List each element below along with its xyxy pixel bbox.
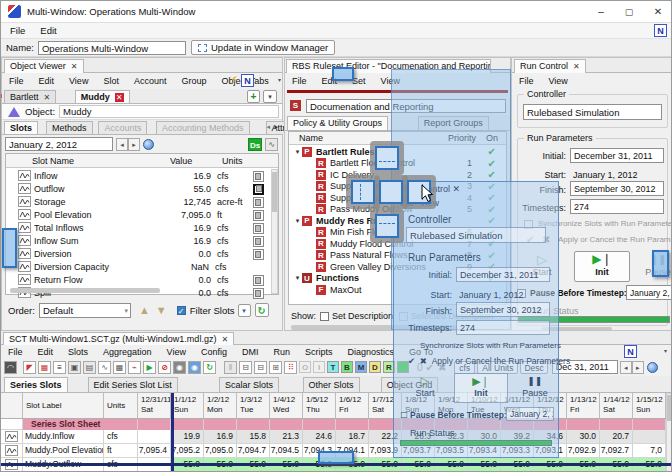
menu-view[interactable]: View bbox=[160, 346, 194, 358]
value-cell[interactable]: 7,0 bbox=[633, 444, 666, 457]
refresh-icon[interactable]: ↻ bbox=[203, 361, 216, 374]
col-date[interactable]: 1/15/12Sun bbox=[633, 393, 666, 418]
run-control-tab[interactable]: Run Control✕ bbox=[514, 59, 586, 73]
sct-data-row[interactable]: Muddy.Inflowcfs19.916.915.821.324.618.72… bbox=[1, 430, 672, 444]
object-viewer-tab[interactable]: Object Viewer✕ bbox=[4, 59, 84, 73]
flag-button[interactable] bbox=[253, 275, 264, 286]
value-cell[interactable]: 15.8 bbox=[237, 430, 270, 443]
flag-button[interactable] bbox=[253, 210, 264, 221]
slots-scrollbar[interactable] bbox=[271, 169, 278, 294]
value-cell[interactable]: 7,095.2 bbox=[171, 444, 204, 457]
menu-run[interactable]: Run bbox=[266, 346, 298, 358]
value-cell[interactable]: 30.0 bbox=[567, 430, 600, 443]
col-date[interactable]: 12/31/11Sat bbox=[138, 393, 171, 418]
sct-tab-other-slots[interactable]: Other Slots bbox=[303, 377, 360, 392]
minimize-button[interactable]: – bbox=[587, 6, 615, 17]
col-slot-name[interactable]: Slot Name bbox=[6, 156, 170, 166]
flag-button[interactable] bbox=[253, 223, 264, 234]
menu-view[interactable]: View bbox=[62, 75, 96, 87]
menu-dmi[interactable]: DMI bbox=[235, 346, 267, 358]
tab-scroll-left-icon[interactable]: ◂ bbox=[266, 123, 270, 131]
date-next-button[interactable]: ▸ bbox=[632, 361, 644, 374]
chevron-down-icon[interactable]: ▾ bbox=[278, 76, 281, 83]
expand-caret-icon[interactable]: ▾ bbox=[293, 217, 302, 225]
lock-icon[interactable]: ◠ bbox=[4, 361, 17, 374]
flag-button[interactable] bbox=[253, 171, 264, 182]
lightning-icon[interactable]: ⚡ bbox=[230, 74, 238, 87]
col-slot-label[interactable]: Slot Label bbox=[23, 393, 104, 418]
menu-edit[interactable]: Edit bbox=[32, 75, 63, 87]
value-cell[interactable]: 7,095.4 bbox=[138, 444, 171, 457]
filter-menu-button[interactable]: ▾ bbox=[238, 304, 251, 317]
flag-o-button[interactable]: O bbox=[299, 361, 311, 373]
menu-account[interactable]: Account bbox=[127, 75, 175, 87]
initial-input[interactable]: December 31, 2011 bbox=[570, 148, 664, 163]
value-cell[interactable] bbox=[138, 430, 171, 443]
value-cell[interactable]: 7,095.0 bbox=[204, 444, 237, 457]
dmi-icon[interactable]: ◉ bbox=[188, 361, 201, 374]
flag-m-button[interactable]: M bbox=[355, 361, 367, 373]
date-next-button[interactable]: ▸ bbox=[128, 138, 140, 151]
expand-caret-icon[interactable]: ▾ bbox=[293, 274, 302, 282]
n-icon[interactable]: N bbox=[624, 345, 637, 358]
value-cell[interactable]: 21.3 bbox=[270, 430, 303, 443]
close-icon[interactable]: ✕ bbox=[573, 62, 580, 71]
row-units[interactable]: ft bbox=[104, 444, 138, 457]
expand-col-icon[interactable]: ⊟ bbox=[239, 361, 252, 374]
ds-badge[interactable]: Ds bbox=[248, 138, 262, 151]
value-cell[interactable]: 19.9 bbox=[171, 430, 204, 443]
value-cell[interactable]: 7,094.5 bbox=[270, 444, 303, 457]
remove-slot-icon[interactable]: ▤ bbox=[83, 361, 96, 374]
close-icon[interactable]: ✕ bbox=[221, 335, 228, 344]
controller-select[interactable]: Rulebased Simulation bbox=[523, 104, 662, 120]
flag-b-button[interactable]: B bbox=[341, 361, 353, 373]
shrink-col-icon[interactable]: ⊟ bbox=[254, 361, 267, 374]
col-date[interactable]: 1/5/12Thu bbox=[303, 393, 336, 418]
flag-button[interactable] bbox=[253, 288, 264, 299]
col-date[interactable]: 1/2/12Mon bbox=[204, 393, 237, 418]
sct-tab-scalar-slots[interactable]: Scalar Slots bbox=[219, 377, 279, 392]
flag-d-button[interactable]: D bbox=[369, 361, 381, 373]
flag-button[interactable] bbox=[253, 197, 264, 208]
grid-icon[interactable]: ⊞ bbox=[269, 361, 282, 374]
clear-flag-icon[interactable]: ▦ bbox=[38, 361, 51, 374]
menu-file[interactable]: File bbox=[2, 75, 32, 87]
view-tab-slots[interactable]: Slots bbox=[4, 121, 38, 134]
timestep-icon[interactable]: ▦ bbox=[113, 361, 126, 374]
name-input[interactable]: Operations Multi-Window bbox=[38, 41, 186, 55]
n-icon[interactable]: N bbox=[241, 74, 254, 87]
stop-icon[interactable]: ⊘ bbox=[158, 361, 171, 374]
value-cell[interactable]: 24.6 bbox=[303, 430, 336, 443]
riverware-n-icon[interactable]: N bbox=[654, 24, 667, 37]
expand-caret-icon[interactable]: ▾ bbox=[293, 148, 302, 156]
col-units[interactable]: Units bbox=[104, 393, 138, 418]
sct-tab[interactable]: SCT Multi-Window1.SCT.gz (Multi-Window1.… bbox=[3, 332, 234, 345]
ruleset-tab-policy-utility-groups[interactable]: Policy & Utility Groups bbox=[287, 116, 388, 130]
menu-file[interactable]: File bbox=[285, 75, 315, 87]
object-tab-bartlett[interactable]: Bartlett✕ bbox=[4, 90, 56, 103]
slot-row[interactable]: Outflow55.0cfs bbox=[6, 183, 278, 196]
dock-center-target[interactable] bbox=[379, 180, 403, 204]
row-label[interactable]: Muddy.Pool Elevation bbox=[23, 444, 104, 457]
close-icon[interactable]: ✕ bbox=[115, 93, 124, 102]
date-input[interactable]: January 2, 2012 bbox=[5, 137, 113, 151]
pause-before-input[interactable]: January 2, 2012 bbox=[626, 285, 672, 300]
menu-slots[interactable]: Slots bbox=[61, 346, 96, 358]
dock-bottom-target[interactable] bbox=[375, 214, 399, 238]
menu-view[interactable]: View bbox=[542, 75, 576, 87]
col-date[interactable]: 1/3/12Tue bbox=[237, 393, 270, 418]
value-cell[interactable] bbox=[633, 430, 666, 443]
col-units[interactable]: Units bbox=[222, 156, 278, 166]
row-units[interactable]: cfs bbox=[104, 430, 138, 443]
plot-icon[interactable]: ∿ bbox=[98, 361, 111, 374]
value-cell[interactable]: 7,092.7 bbox=[600, 444, 633, 457]
close-button[interactable]: ✕ bbox=[643, 6, 672, 17]
menu-file[interactable]: File bbox=[3, 24, 33, 37]
filter-slots-checkbox[interactable]: ✓ bbox=[177, 306, 186, 315]
plot-icon[interactable]: ∿ bbox=[265, 138, 278, 151]
slot-row[interactable]: Total Inflows16.9cfs bbox=[6, 222, 278, 235]
set-flag-icon[interactable]: ◤ bbox=[23, 361, 36, 374]
slot-row[interactable]: Storage12,745acre-ft bbox=[6, 196, 278, 209]
move-up-icon[interactable]: ▲ bbox=[139, 304, 150, 316]
menu-config[interactable]: Config bbox=[194, 346, 235, 358]
